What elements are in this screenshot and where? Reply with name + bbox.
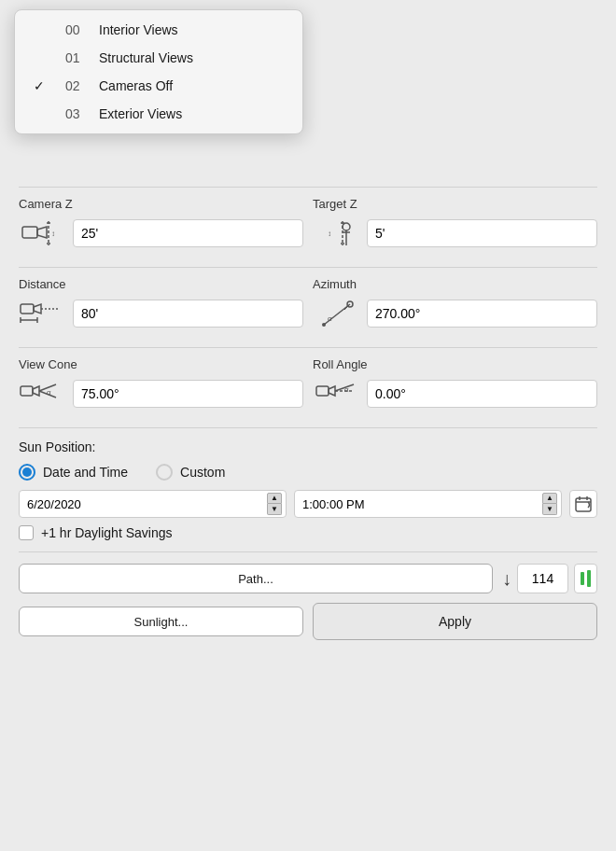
svg-rect-31	[21, 304, 34, 314]
dropdown-item-3[interactable]: 03 Exterior Views	[15, 100, 302, 128]
path-row: Path... ↓ 114	[19, 564, 597, 593]
svg-text:α: α	[344, 385, 349, 394]
action-row: Sunlight... Apply	[19, 603, 597, 640]
date-stepper: ▲ ▼	[267, 493, 282, 515]
roll-angle-input-row: α 0.00°	[313, 377, 597, 411]
time-stepper-up[interactable]: ▲	[542, 493, 557, 504]
date-input[interactable]: 6/20/2020	[27, 497, 267, 511]
custom-radio-label: Custom	[180, 465, 225, 480]
camera-z-col: Camera Z ↕ 25'	[19, 197, 303, 250]
viewcone-roll-section: View Cone α 75.00° Ro	[19, 347, 597, 427]
distance-col: Distance 80'	[19, 277, 303, 330]
target-z-input[interactable]: 5'	[367, 219, 597, 247]
item-label-0: Interior Views	[99, 22, 284, 37]
date-stepper-down[interactable]: ▼	[267, 504, 282, 515]
daylight-savings-label: +1 hr Daylight Savings	[41, 525, 172, 540]
svg-text:↕: ↕	[328, 230, 331, 238]
svg-marker-32	[34, 304, 41, 314]
target-z-label: Target Z	[313, 197, 597, 211]
item-label-1: Structural Views	[99, 50, 284, 65]
viewcone-roll-row: View Cone α 75.00° Ro	[19, 357, 597, 411]
sun-arrow-icon: ↓	[502, 568, 511, 590]
time-input[interactable]: 1:00:00 PM	[302, 497, 542, 511]
dropdown-item-0[interactable]: 00 Interior Views	[15, 16, 302, 44]
checkmark-0	[34, 22, 50, 37]
bar-1	[581, 572, 584, 585]
green-bars-indicator[interactable]	[574, 564, 597, 593]
item-num-0: 00	[65, 22, 86, 37]
svg-rect-42	[21, 386, 33, 396]
time-stepper: ▲ ▼	[542, 493, 557, 515]
svg-point-40	[322, 323, 326, 327]
camera-z-input-row: ↕ 25'	[19, 216, 303, 250]
time-stepper-down[interactable]: ▼	[542, 504, 557, 515]
roll-angle-input[interactable]: 0.00°	[367, 380, 597, 408]
item-num-1: 01	[65, 50, 86, 65]
view-cone-input[interactable]: 75.00°	[73, 380, 303, 408]
svg-text:↕: ↕	[51, 230, 55, 238]
camera-z-input[interactable]: 25'	[73, 219, 303, 247]
calendar-icon	[574, 495, 593, 513]
distance-icon	[19, 297, 65, 330]
date-time-radio-circle	[19, 464, 35, 481]
distance-azimuth-row: Distance 80'	[19, 277, 597, 330]
svg-marker-19	[37, 227, 47, 238]
dropdown-menu: 00 Interior Views 01 Structural Views ✓ …	[14, 9, 303, 134]
camera-target-z-row: Camera Z ↕ 25'	[19, 197, 597, 250]
date-stepper-up[interactable]: ▲	[267, 493, 282, 504]
item-label-3: Exterior Views	[99, 106, 284, 121]
view-cone-label: View Cone	[19, 357, 303, 371]
date-time-radio-label: Date and Time	[43, 465, 128, 480]
item-num-2: 02	[65, 78, 86, 93]
sunlight-button[interactable]: Sunlight...	[19, 607, 303, 636]
custom-radio[interactable]: Custom	[156, 464, 225, 481]
camera-z-icon: ↕	[19, 216, 65, 250]
distance-label: Distance	[19, 277, 303, 291]
custom-radio-circle	[156, 464, 173, 481]
date-time-row: 6/20/2020 ▲ ▼ 1:00:00 PM ▲ ▼	[19, 490, 597, 518]
dropdown-item-2[interactable]: ✓ 02 Cameras Off	[15, 72, 302, 100]
roll-angle-label: Roll Angle	[313, 357, 597, 371]
view-cone-col: View Cone α 75.00°	[19, 357, 303, 411]
target-z-icon: ↕	[313, 216, 359, 250]
dropdown-item-1[interactable]: 01 Structural Views	[15, 44, 302, 72]
view-cone-input-row: α 75.00°	[19, 377, 303, 411]
daylight-savings-checkbox[interactable]	[19, 525, 34, 540]
distance-input[interactable]: 80'	[73, 300, 303, 328]
item-label-2: Cameras Off	[99, 78, 284, 93]
bar-2	[587, 570, 591, 587]
calendar-button[interactable]	[569, 490, 597, 518]
azimuth-input[interactable]: 270.00°	[367, 300, 597, 328]
radio-row: Date and Time Custom	[19, 464, 597, 481]
checkmark-1	[34, 50, 50, 65]
date-time-radio[interactable]: Date and Time	[19, 464, 128, 481]
svg-rect-52	[576, 498, 591, 511]
date-input-wrapper: 6/20/2020 ▲ ▼	[19, 490, 287, 518]
target-z-col: Target Z ↕ 5'	[313, 197, 597, 250]
azimuth-label: Azimuth	[313, 277, 597, 291]
daylight-savings-row: +1 hr Daylight Savings	[19, 525, 597, 540]
checkmark-2: ✓	[34, 78, 50, 93]
view-cone-icon: α	[19, 377, 65, 411]
apply-button[interactable]: Apply	[313, 603, 597, 640]
sun-number-input[interactable]: 114	[517, 564, 568, 593]
svg-text:α: α	[47, 388, 51, 397]
distance-azimuth-section: Distance 80'	[19, 267, 597, 347]
camera-target-z-section: Camera Z ↕ 25'	[19, 187, 597, 267]
svg-point-24	[343, 223, 350, 230]
sun-position-title: Sun Position:	[19, 439, 597, 454]
roll-angle-icon: α	[313, 377, 359, 411]
path-button[interactable]: Path...	[19, 564, 493, 593]
azimuth-input-row: α 270.00°	[313, 297, 597, 330]
sun-value-group: ↓ 114	[502, 564, 597, 593]
svg-marker-43	[33, 386, 39, 396]
item-num-3: 03	[65, 106, 86, 121]
sun-position-section: Sun Position: Date and Time Custom 6/20/…	[19, 427, 597, 551]
camera-z-label: Camera Z	[19, 197, 303, 211]
distance-input-row: 80'	[19, 297, 303, 330]
bottom-section: Path... ↓ 114 Sunlight... Apply	[19, 551, 597, 640]
time-input-wrapper: 1:00:00 PM ▲ ▼	[294, 490, 562, 518]
roll-angle-col: Roll Angle α 0.00°	[313, 357, 597, 411]
azimuth-icon: α	[313, 297, 359, 330]
svg-marker-48	[329, 386, 335, 396]
